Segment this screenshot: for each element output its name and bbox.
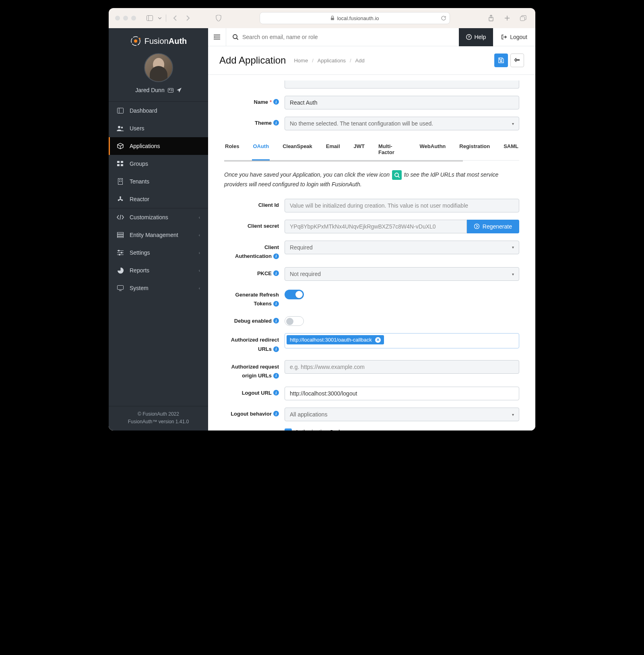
client-secret-label: Client secret	[224, 220, 285, 229]
breadcrumb-applications[interactable]: Applications	[318, 58, 346, 64]
shield-icon[interactable]	[213, 12, 224, 24]
info-icon[interactable]: i	[273, 253, 279, 259]
search-icon	[233, 34, 238, 40]
new-tab-icon[interactable]	[502, 12, 513, 24]
nav-reports[interactable]: Reports‹	[109, 262, 208, 279]
chevron-left-icon: ‹	[199, 268, 200, 273]
logout-button[interactable]: Logout	[493, 28, 535, 46]
location-arrow-icon[interactable]	[177, 88, 182, 93]
tab-saml[interactable]: SAML	[503, 140, 519, 160]
logout-behavior-select[interactable]: All applications▾	[285, 408, 519, 421]
svg-rect-0	[147, 16, 153, 21]
redirect-urls-label: Authorized redirectURLs i	[224, 333, 285, 352]
svg-point-15	[121, 127, 123, 128]
breadcrumb-home[interactable]: Home	[294, 58, 308, 64]
chevron-left-icon: ‹	[199, 251, 200, 255]
info-icon[interactable]: i	[273, 120, 279, 126]
pkce-select[interactable]: Not required▾	[285, 267, 519, 281]
info-icon[interactable]: i	[273, 99, 279, 105]
svg-rect-24	[121, 181, 122, 182]
theme-label: Theme i	[224, 117, 285, 126]
sidebar-toggle-icon[interactable]	[144, 12, 155, 24]
info-icon[interactable]: i	[273, 411, 279, 416]
svg-point-30	[118, 250, 120, 251]
tab-oauth[interactable]: OAuth	[252, 140, 270, 161]
nav-tenants[interactable]: Tenants	[109, 173, 208, 190]
url-bar[interactable]: local.fusionauth.io	[260, 12, 450, 24]
forward-button[interactable]	[182, 12, 194, 24]
id-card-icon[interactable]	[168, 88, 173, 93]
theme-select[interactable]: No theme selected. The tenant configurat…	[285, 117, 519, 130]
avatar	[144, 53, 173, 82]
back-button[interactable]	[510, 54, 524, 67]
info-icon[interactable]: i	[273, 270, 279, 276]
search-input[interactable]	[242, 34, 452, 40]
monitor-icon	[117, 285, 124, 291]
grants-label: Enabled grants	[224, 428, 285, 430]
grant-authorization-code[interactable]: Authorization Code	[285, 428, 519, 430]
refresh-tokens-toggle[interactable]	[285, 290, 304, 299]
chevron-down-icon: ▾	[512, 245, 514, 249]
logout-behavior-label: Logout behavior i	[224, 408, 285, 417]
user-name: Jared Dunn	[135, 87, 164, 93]
nav-users[interactable]: Users	[109, 119, 208, 137]
tabs-icon[interactable]	[518, 12, 529, 24]
tab-roles[interactable]: Roles	[224, 140, 240, 160]
tab-registration[interactable]: Registration	[458, 140, 491, 160]
nav-entity-management[interactable]: Entity Management‹	[109, 226, 208, 244]
svg-rect-8	[168, 88, 173, 92]
svg-point-44	[395, 173, 398, 177]
info-icon[interactable]: i	[273, 390, 279, 395]
nav-reactor[interactable]: Reactor	[109, 190, 208, 208]
info-icon[interactable]: i	[273, 373, 279, 379]
back-button[interactable]	[169, 12, 181, 24]
svg-point-9	[169, 89, 170, 90]
redirect-urls-input[interactable]: http://localhost:3001/oauth-callback ✕	[285, 333, 519, 348]
name-input[interactable]: React Auth	[285, 96, 519, 109]
svg-text:?: ?	[468, 35, 471, 39]
info-icon[interactable]: i	[273, 318, 279, 323]
save-button[interactable]	[494, 54, 508, 67]
svg-point-6	[134, 39, 137, 43]
client-secret-input: YPq8YbpKPxMTkNx4UNqvEjkRgwBXZ57c8W4N-vDu…	[285, 220, 467, 233]
arrow-right-icon	[474, 224, 479, 229]
pie-chart-icon	[117, 268, 124, 274]
origin-urls-input[interactable]: e.g. https://www.example.com	[285, 360, 519, 374]
window-minimize[interactable]	[123, 16, 128, 21]
chevron-down-icon[interactable]	[157, 12, 163, 24]
tab-email[interactable]: Email	[325, 140, 341, 160]
nav-applications[interactable]: Applications	[109, 137, 208, 155]
svg-rect-19	[121, 164, 123, 166]
tab-mfa[interactable]: Multi-Factor	[378, 140, 407, 160]
groups-icon	[117, 161, 124, 167]
nav-dashboard[interactable]: Dashboard	[109, 102, 208, 119]
sidebar-collapse-button[interactable]	[208, 28, 226, 46]
info-icon[interactable]: i	[273, 301, 279, 307]
tab-cleanspeak[interactable]: CleanSpeak	[282, 140, 313, 160]
share-icon[interactable]	[485, 12, 497, 24]
nav-groups[interactable]: Groups	[109, 155, 208, 173]
breadcrumb: Home / Applications / Add	[294, 58, 364, 64]
nav-customizations[interactable]: Customizations‹	[109, 208, 208, 226]
tab-jwt[interactable]: JWT	[353, 140, 365, 160]
refresh-icon[interactable]	[441, 15, 446, 21]
nav-settings[interactable]: Settings‹	[109, 244, 208, 262]
remove-tag-icon[interactable]: ✕	[375, 337, 381, 343]
logout-url-input[interactable]: http://localhost:3000/logout	[285, 387, 519, 400]
svg-point-25	[120, 198, 121, 200]
window-maximize[interactable]	[131, 16, 136, 21]
window-close[interactable]	[115, 16, 120, 21]
tab-webauthn[interactable]: WebAuthn	[419, 140, 447, 160]
nav-system[interactable]: System‹	[109, 279, 208, 297]
info-icon[interactable]: i	[273, 346, 279, 352]
brand-logo: FusionAuth	[109, 28, 208, 53]
help-button[interactable]: ? Help	[459, 28, 493, 46]
debug-toggle[interactable]	[285, 316, 304, 326]
client-auth-select[interactable]: Required▾	[285, 241, 519, 254]
regenerate-button[interactable]: Regenerate	[467, 220, 519, 233]
view-icon	[392, 170, 402, 180]
sidebar: FusionAuth Jared Dunn Dashboard Users Ap…	[109, 28, 208, 430]
page-title: Add Application	[219, 55, 286, 66]
svg-rect-11	[171, 91, 173, 91]
svg-rect-18	[117, 164, 120, 166]
